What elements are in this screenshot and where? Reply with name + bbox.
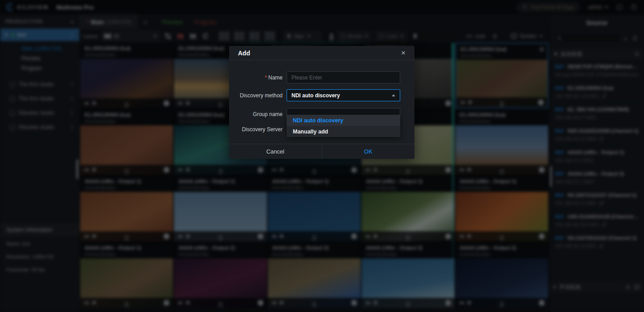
group-name-label: Group name [233,111,283,117]
dialog-title: Add [238,50,250,57]
ok-button[interactable]: OK [322,144,415,159]
add-dialog: Add × *Name Discovery method NDI auto di… [229,46,414,159]
discovery-method-label: Discovery method [233,92,283,99]
add-dialog-header: Add × [229,46,414,60]
name-row: *Name [229,71,414,83]
dropdown-option[interactable]: NDI auto discovery [287,115,400,126]
dropdown-option[interactable]: Manually add [287,126,400,137]
discovery-server-label: Discovery Server [233,126,283,133]
name-label: *Name [233,75,283,81]
discovery-method-select[interactable]: NDI auto discovery [287,89,400,101]
discovery-method-value: NDI auto discovery [291,92,392,99]
add-dialog-footer: Cancel OK [229,144,414,159]
cancel-button[interactable]: Cancel [229,144,322,159]
app-stage: KILOVIEW Multiview Pro Trial Period 90 D… [0,0,644,312]
chevron-up-icon [392,94,395,96]
close-icon[interactable]: × [401,49,406,57]
required-marker: * [265,75,267,81]
name-field[interactable] [287,71,400,83]
discovery-method-row: Discovery method NDI auto discovery [229,89,414,101]
discovery-method-dropdown: NDI auto discoveryManually add [287,115,400,137]
add-dialog-body: *Name Discovery method NDI auto discover… [229,60,414,144]
